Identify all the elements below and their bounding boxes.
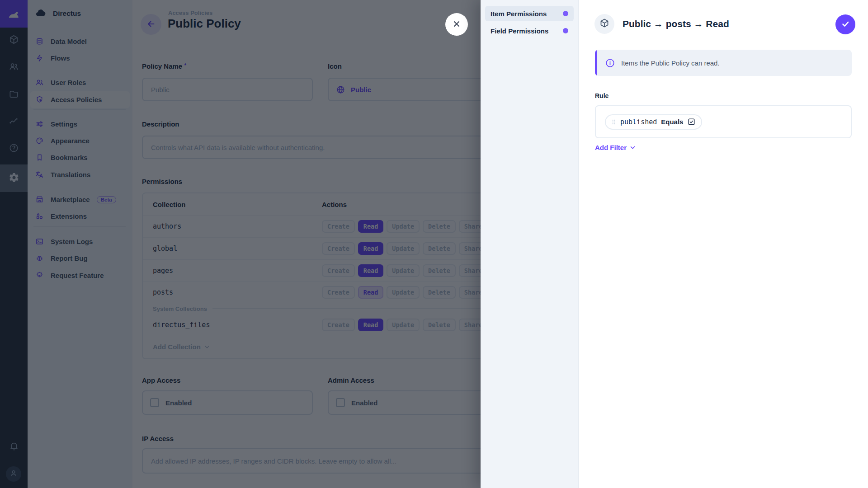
save-button[interactable] bbox=[835, 14, 855, 34]
tab-item-permissions[interactable]: Item Permissions bbox=[485, 6, 574, 21]
cube-icon-badge bbox=[594, 14, 614, 34]
add-filter-label: Add Filter bbox=[595, 144, 627, 151]
rule-box: published Equals bbox=[595, 105, 852, 138]
drawer-main: Public → posts → Read Items the Public P… bbox=[579, 0, 868, 488]
filter-pill[interactable]: published Equals bbox=[605, 114, 702, 130]
permissions-drawer: Item Permissions Field Permissions Publi… bbox=[481, 0, 868, 488]
rule-label: Rule bbox=[595, 92, 609, 99]
status-dot bbox=[563, 28, 568, 33]
info-banner: Items the Public Policy can read. bbox=[595, 50, 852, 76]
filter-operator[interactable]: Equals bbox=[661, 118, 683, 126]
info-icon bbox=[605, 58, 615, 68]
tab-field-permissions[interactable]: Field Permissions bbox=[485, 23, 574, 38]
banner-accent-bar bbox=[595, 50, 597, 76]
checkbox-checked-icon[interactable] bbox=[687, 117, 696, 126]
add-filter-button[interactable]: Add Filter bbox=[595, 144, 637, 151]
drag-handle-icon[interactable] bbox=[611, 118, 616, 126]
drawer-tabs: Item Permissions Field Permissions bbox=[481, 0, 579, 488]
status-dot bbox=[563, 11, 568, 16]
cube-icon bbox=[599, 18, 610, 30]
chevron-down-icon bbox=[629, 144, 637, 151]
banner-text: Items the Public Policy can read. bbox=[621, 59, 720, 67]
close-drawer-button[interactable] bbox=[445, 13, 468, 36]
tab-label: Item Permissions bbox=[491, 10, 547, 18]
drawer-title: Public → posts → Read bbox=[623, 19, 729, 29]
directus-screen: Directus Data Model Flows User Roles Acc… bbox=[0, 0, 868, 488]
filter-field[interactable]: published bbox=[620, 118, 657, 126]
check-icon bbox=[840, 19, 851, 31]
tab-label: Field Permissions bbox=[491, 27, 548, 35]
close-icon bbox=[451, 19, 462, 31]
